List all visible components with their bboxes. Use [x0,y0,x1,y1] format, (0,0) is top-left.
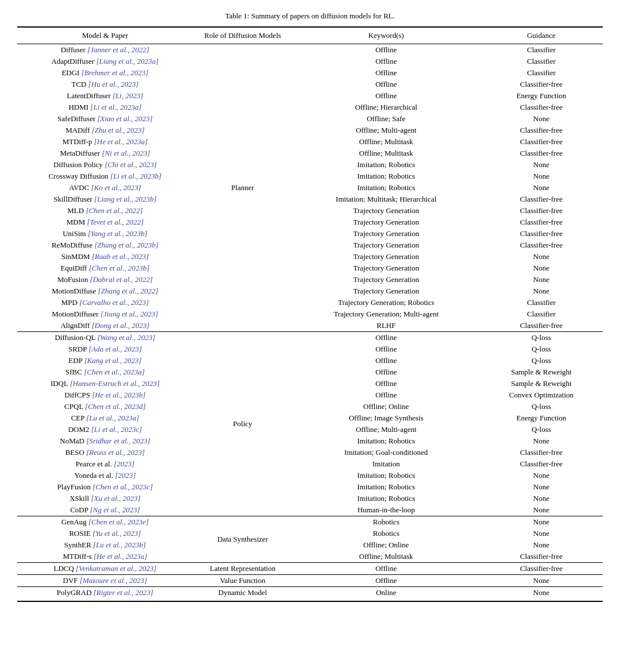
table-row: MADiff [Zhu et al., 2023]Offline; Multi-… [17,125,603,136]
cell-guidance: None [480,274,603,285]
cell-keywords: Offline; Online [292,401,479,412]
cell-keywords: Offline; Multi-agent [292,424,479,435]
cell-keywords: RLHF [292,320,479,332]
header-keywords: Keyword(s) [292,27,479,44]
cell-guidance: Classifier [480,44,603,56]
cell-role: Value Function [193,575,292,587]
table-row: DVF [Mazoure et al., 2023]Value Function… [17,575,603,587]
cell-keywords: Imitation; Goal-conditioned [292,447,479,458]
main-table: Model & Paper Role of Diffusion Models K… [17,26,603,602]
table-row: GenAug [Chen et al., 2023e]Data Synthesi… [17,516,603,528]
header-model: Model & Paper [17,27,193,44]
cell-keywords: Imitation; Robotics [292,470,479,481]
cell-guidance: Classifier-free [480,148,603,159]
cell-model: SkillDiffuser [Liang et al., 2023b] [17,194,193,205]
cell-keywords: Imitation [292,458,479,470]
cell-model: Diffusion-QL [Wang et al., 2023] [17,332,193,344]
table-row: AdaptDiffuser [Liang et al., 2023a]Offli… [17,56,603,67]
cell-model: SinMDM [Raab et al., 2023] [17,251,193,262]
cell-keywords: Human-in-the-loop [292,504,479,516]
cell-guidance: Classifier-free [480,79,603,90]
cell-keywords: Trajectory Generation [292,240,479,251]
cell-keywords: Offline [292,44,479,56]
cell-model: IDQL [Hansen-Estruch et al., 2023] [17,378,193,389]
table-row: MLD [Chen et al., 2022]Trajectory Genera… [17,205,603,217]
cell-keywords: Offline; Hierarchical [292,102,479,113]
cell-keywords: Offline [292,56,479,67]
cell-guidance: Classifier-free [480,551,603,563]
cell-model: SafeDiffuser [Xiao et al., 2023] [17,113,193,125]
cell-role: Policy [193,332,292,516]
cell-guidance: Classifier-free [480,194,603,205]
cell-keywords: Offline [292,389,479,401]
cell-guidance: None [480,182,603,194]
cell-keywords: Offline [292,355,479,366]
cell-model: MoFusion [Dabral et al., 2022] [17,274,193,285]
table-row: IDQL [Hansen-Estruch et al., 2023]Offlin… [17,378,603,389]
table-header-row: Model & Paper Role of Diffusion Models K… [17,27,603,44]
cell-model: XSkill [Xu et al., 2023] [17,493,193,504]
cell-guidance: None [480,285,603,297]
cell-guidance: Classifier-free [480,205,603,217]
table-row: PolyGRAD [Rigter et al., 2023]Dynamic Mo… [17,587,603,602]
cell-keywords: Imitation; Multitask; Hierarchical [292,194,479,205]
cell-guidance: Q-loss [480,332,603,344]
cell-guidance: Q-loss [480,343,603,355]
cell-model: MLD [Chen et al., 2022] [17,205,193,217]
cell-guidance: None [480,539,603,551]
cell-guidance: Convex Optimization [480,389,603,401]
table-row: EDP [Kang et al., 2023]OfflineQ-loss [17,355,603,366]
cell-guidance: Classifier-free [480,563,603,575]
table-row: EquiDiff [Chen et al., 2023b]Trajectory … [17,262,603,274]
table-row: BESO [Reuss et al., 2023]Imitation; Goal… [17,447,603,458]
cell-model: Diffuser [Janner et al., 2022] [17,44,193,56]
cell-model: MotionDiffuser [Jiang et al., 2023] [17,308,193,320]
cell-guidance: Classifier-free [480,102,603,113]
cell-model: CEP [Lu et al., 2023a] [17,412,193,424]
table-row: LDCQ [Venkatraman et al., 2023]Latent Re… [17,563,603,575]
cell-keywords: Offline; Multitask [292,136,479,148]
cell-keywords: Offline [292,90,479,102]
cell-keywords: Trajectory Generation [292,262,479,274]
table-row: MotionDiffuse [Zhang et al., 2022]Trajec… [17,285,603,297]
table-row: LatentDiffuser [Li, 2023]OfflineEnergy F… [17,90,603,102]
header-guidance: Guidance [480,27,603,44]
cell-guidance: None [480,516,603,528]
cell-guidance: None [480,504,603,516]
table-row: ReMoDiffuse [Zhang et al., 2023b]Traject… [17,240,603,251]
table-row: TCD [Hu et al., 2023]OfflineClassifier-f… [17,79,603,90]
table-row: Diffusion-QL [Wang et al., 2023]PolicyOf… [17,332,603,344]
cell-model: LDCQ [Venkatraman et al., 2023] [17,563,193,575]
cell-model: AlignDiff [Dong et al., 2023] [17,320,193,332]
cell-guidance: Q-loss [480,401,603,412]
cell-model: Yoneda et al. [2023] [17,470,193,481]
cell-model: Pearce et al. [2023] [17,458,193,470]
cell-guidance: Classifier-free [480,458,603,470]
table-row: SynthER [Lu et al., 2023b]Offline; Onlin… [17,539,603,551]
table-row: PlayFusion [Chen et al., 2023c]Imitation… [17,481,603,493]
cell-model: SRDP [Ada et al., 2023] [17,343,193,355]
cell-model: MetaDiffuser [Ni et al., 2023] [17,148,193,159]
table-row: MotionDiffuser [Jiang et al., 2023]Traje… [17,308,603,320]
cell-guidance: Classifier [480,67,603,79]
cell-model: CPQL [Chen et al., 2023d] [17,401,193,412]
cell-guidance: Classifier-free [480,228,603,240]
table-row: ROSIE [Yu et al., 2023]RoboticsNone [17,528,603,539]
table-row: Yoneda et al. [2023]Imitation; RoboticsN… [17,470,603,481]
cell-model: PlayFusion [Chen et al., 2023c] [17,481,193,493]
table-row: UniSim [Yang et al., 2023b]Trajectory Ge… [17,228,603,240]
cell-keywords: Online [292,587,479,602]
table-row: Diffusion Policy [Chi et al., 2023]Imita… [17,159,603,171]
cell-keywords: Imitation; Robotics [292,481,479,493]
cell-model: MotionDiffuse [Zhang et al., 2022] [17,285,193,297]
table-row: HDMI [Li et al., 2023a]Offline; Hierarch… [17,102,603,113]
cell-guidance: Q-loss [480,424,603,435]
table-row: MDM [Tevet et al., 2022]Trajectory Gener… [17,217,603,228]
cell-guidance: Classifier-free [480,136,603,148]
table-row: MoFusion [Dabral et al., 2022]Trajectory… [17,274,603,285]
cell-role: Latent Representation [193,563,292,575]
cell-guidance: None [480,528,603,539]
cell-keywords: Imitation; Robotics [292,435,479,447]
cell-guidance: None [480,481,603,493]
table-row: Pearce et al. [2023]ImitationClassifier-… [17,458,603,470]
